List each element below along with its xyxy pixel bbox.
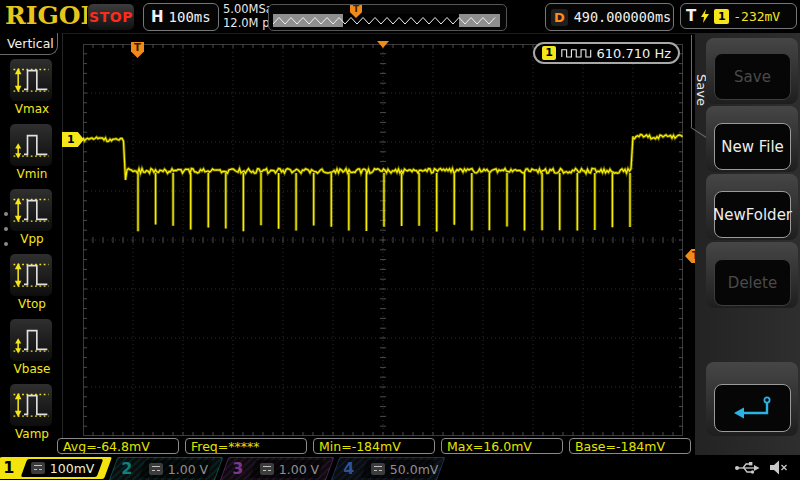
channel-tab-3[interactable]: 3 1.00 V	[220, 457, 335, 480]
vbase-measure-icon	[9, 318, 53, 362]
delay-label: D	[551, 9, 568, 26]
softkey-save[interactable]: Save	[714, 53, 791, 100]
channel-scale-value: 100mV	[50, 461, 95, 476]
menu-page-indicator	[4, 201, 8, 257]
measurement-base: Base=-184mV	[569, 438, 691, 454]
waveform-position-indicator[interactable]: T	[268, 4, 507, 31]
coupling-dc-icon	[31, 462, 45, 474]
vmax-measure-icon	[9, 58, 53, 102]
trigger-label: T	[686, 7, 696, 25]
measurement-freq: Freq=*****	[185, 438, 307, 454]
menu-item-label: Vmin	[9, 167, 55, 181]
delay-value: 490.000000ms	[572, 9, 673, 25]
trigger-info-box[interactable]: T 1 -232mV	[680, 3, 797, 29]
trigger-delay-box[interactable]: D 490.000000ms	[545, 3, 674, 31]
menu-title: Vertical	[7, 36, 54, 51]
channel-number: 2	[121, 459, 132, 478]
softkey-delete[interactable]: Delete	[714, 259, 791, 306]
channel-scale-chip: 100mV	[21, 459, 104, 477]
menu-back-button[interactable]	[714, 384, 791, 432]
menu-item-vamp[interactable]: Vamp	[9, 383, 55, 441]
channel-number: 4	[343, 459, 354, 478]
frequency-counter-badge: 1 610.710 Hz	[533, 42, 680, 64]
memory-wave-icon	[273, 14, 500, 27]
vpp-measure-icon	[9, 188, 53, 232]
menu-item-vtop[interactable]: Vtop	[9, 253, 55, 311]
frequency-value: 610.710 Hz	[597, 46, 672, 61]
brand-logo: RIGOL	[5, 1, 98, 30]
graticule	[83, 44, 683, 436]
measurement-avg: Avg=-64.8mV	[57, 438, 179, 454]
vtop-measure-icon	[9, 253, 53, 297]
run-stop-status[interactable]: STOP	[87, 3, 135, 31]
usb-icon	[734, 459, 761, 476]
horizontal-timebase-box[interactable]: H 100ms	[143, 3, 219, 31]
oscilloscope-screen: RIGOL STOP H 100ms 5.00MSa/s 12.0M pts T…	[0, 0, 800, 480]
square-wave-icon	[561, 47, 592, 59]
channel-tab-1[interactable]: 1 100mV	[0, 457, 112, 479]
menu-item-vpp[interactable]: Vpp	[9, 188, 55, 246]
softkey-newfolder[interactable]: NewFolder	[714, 191, 791, 238]
channel-status-bar: 1 100mV 2 1.00 V 3 1.00 V 4 50.0mV	[0, 456, 800, 480]
system-status-icons	[734, 459, 788, 476]
coupling-dc-icon	[149, 463, 163, 475]
timebase-value: 100ms	[169, 9, 211, 25]
menu-item-vbase[interactable]: Vbase	[9, 318, 55, 376]
channel-scale-value: 1.00 V	[168, 462, 208, 477]
channel-number: 3	[232, 459, 243, 478]
menu-item-vmax[interactable]: Vmax	[9, 58, 55, 116]
channel-tab-2[interactable]: 2 1.00 V	[109, 457, 224, 480]
return-arrow-icon	[730, 395, 776, 421]
vamp-measure-icon	[9, 383, 53, 427]
menu-tab-border	[691, 35, 692, 127]
menu-item-label: Vamp	[9, 427, 55, 441]
left-measure-menu: Vertical Vmax Vmin	[0, 33, 63, 455]
freq-source-badge: 1	[542, 46, 556, 60]
waveform-display	[83, 44, 683, 436]
channel-tab-4[interactable]: 4 50.0mV	[331, 457, 446, 480]
measurement-max: Max=16.0mV	[441, 438, 563, 454]
channel-scale-chip: 50.0mV	[361, 460, 436, 478]
measurement-min: Min=-184mV	[313, 438, 435, 454]
softkey-new-file[interactable]: New File	[714, 123, 791, 170]
right-soft-menu: Save SaveNew FileNewFolderDelete	[695, 33, 800, 455]
channel-scale-chip: 1.00 V	[139, 460, 214, 478]
menu-item-label: Vbase	[9, 362, 55, 376]
trigger-edge-icon	[700, 9, 710, 24]
speaker-muted-icon	[769, 460, 788, 475]
menu-item-label: Vmax	[9, 102, 55, 116]
vmin-measure-icon	[9, 123, 53, 167]
top-status-bar: RIGOL STOP H 100ms 5.00MSa/s 12.0M pts T…	[0, 0, 800, 34]
channel-scale-value: 1.00 V	[279, 462, 319, 477]
trigger-source-badge: 1	[714, 9, 729, 24]
channel-scale-chip: 1.00 V	[250, 460, 325, 478]
horizontal-label: H	[151, 8, 164, 26]
channel-scale-value: 50.0mV	[390, 462, 439, 477]
channel1-level-marker[interactable]: 1	[62, 132, 84, 147]
menu-item-label: Vpp	[9, 232, 55, 246]
coupling-dc-icon	[371, 463, 385, 475]
coupling-dc-icon	[260, 463, 274, 475]
trigger-level-value: -232mV	[733, 9, 780, 24]
menu-item-vmin[interactable]: Vmin	[9, 123, 55, 181]
menu-item-label: Vtop	[9, 297, 55, 311]
channel-number: 1	[3, 458, 14, 477]
